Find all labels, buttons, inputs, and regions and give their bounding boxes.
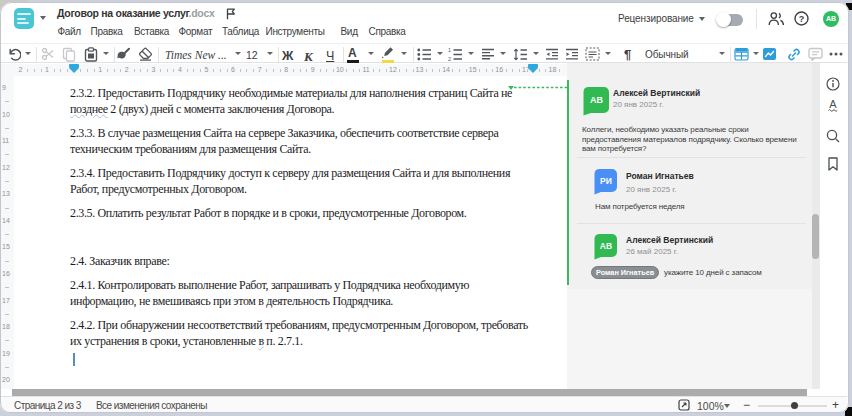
svg-text:РИ: РИ [600,176,612,186]
svg-text:АВ: АВ [590,95,603,105]
svg-text:1: 1 [448,48,451,53]
svg-text:?: ? [799,14,805,24]
svg-text:2: 2 [448,56,451,61]
svg-text:А: А [829,98,837,110]
svg-text:АВ: АВ [600,241,612,251]
